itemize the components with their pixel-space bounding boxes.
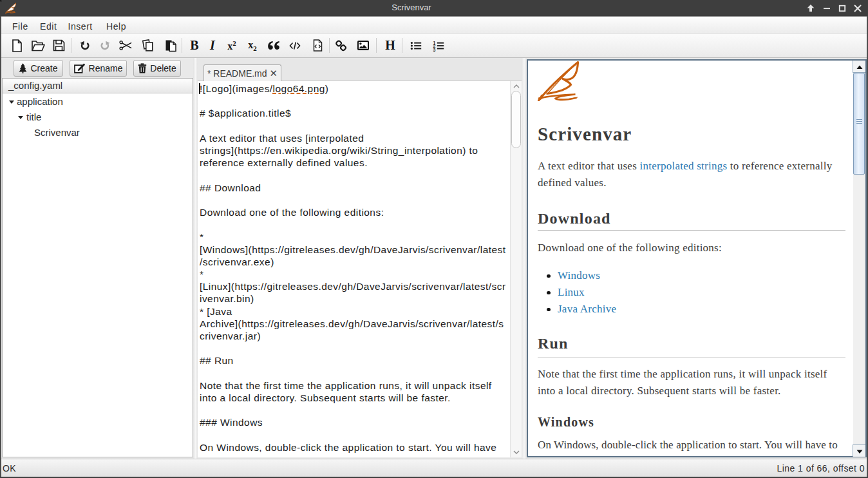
svg-text:3: 3 bbox=[433, 47, 436, 52]
